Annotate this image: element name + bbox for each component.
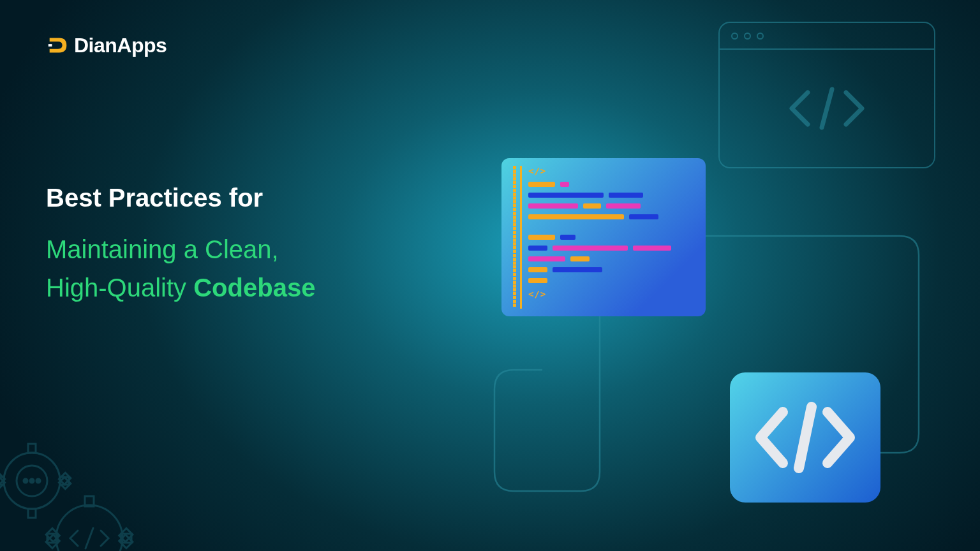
code-brackets-large-icon <box>748 399 863 476</box>
code-open-tag: </> <box>528 166 671 176</box>
svg-rect-3 <box>28 444 36 453</box>
heading-line-1: Best Practices for <box>46 184 315 212</box>
window-dot-icon <box>744 33 751 40</box>
logo-text: DianApps <box>74 34 167 57</box>
browser-window-outline <box>718 22 935 168</box>
svg-rect-4 <box>28 509 36 518</box>
code-icon-card <box>730 372 880 503</box>
window-dot-icon <box>731 33 738 40</box>
heading-line-2: Maintaining a Clean, <box>46 230 315 268</box>
svg-point-11 <box>24 479 27 483</box>
brand-logo: DianApps <box>46 33 167 57</box>
window-body <box>720 50 934 167</box>
main-heading: Best Practices for Maintaining a Clean, … <box>46 184 315 307</box>
code-vertical-rule <box>520 166 522 309</box>
code-lines: </> </> <box>528 166 671 309</box>
connector-line-2 <box>485 312 753 517</box>
gears-decoration-icon <box>0 411 160 551</box>
svg-point-13 <box>36 479 40 483</box>
heading-line-3-bold: Codebase <box>193 274 315 302</box>
code-gutter <box>513 166 516 309</box>
code-close-tag: </> <box>528 289 671 299</box>
svg-point-14 <box>56 505 122 551</box>
code-editor-card: </> </> <box>501 158 706 316</box>
svg-point-12 <box>30 479 34 483</box>
heading-line-3-prefix: High-Quality <box>46 274 193 302</box>
window-dot-icon <box>757 33 764 40</box>
window-topbar <box>720 23 934 50</box>
heading-line-3: High-Quality Codebase <box>46 268 315 307</box>
code-brackets-icon <box>782 86 872 131</box>
svg-rect-0 <box>48 44 52 47</box>
logo-mark-icon <box>46 33 70 57</box>
